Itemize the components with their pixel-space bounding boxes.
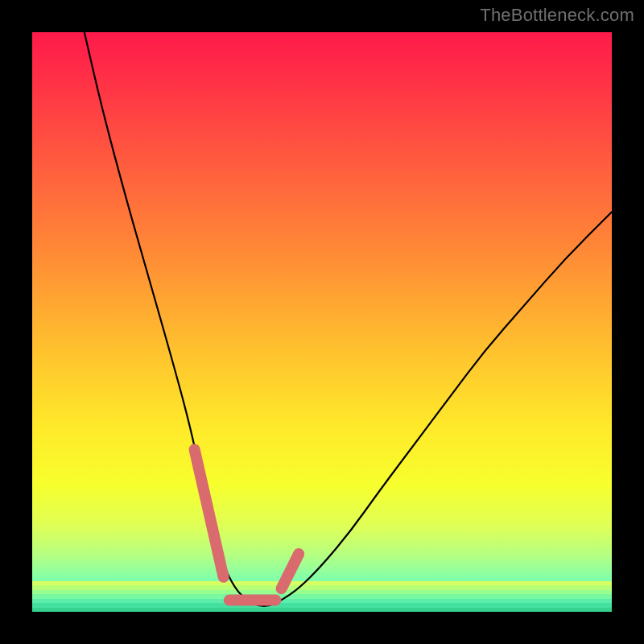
highlight-right xyxy=(282,554,299,588)
bottleneck-curve-path xyxy=(85,32,612,606)
curve-svg xyxy=(32,32,612,612)
plot-area xyxy=(32,32,612,612)
chart-frame: TheBottleneck.com xyxy=(0,0,644,644)
highlight-left xyxy=(195,449,224,576)
watermark-text: TheBottleneck.com xyxy=(480,5,634,26)
